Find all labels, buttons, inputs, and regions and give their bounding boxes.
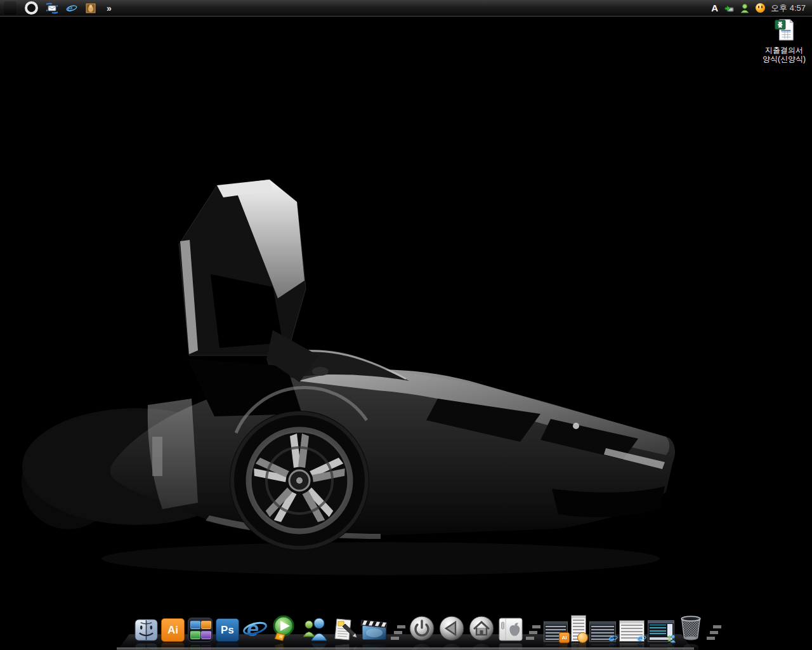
ie-badge-icon: e — [637, 633, 646, 643]
text-document-icon[interactable] — [332, 616, 357, 642]
minimized-ie-window[interactable]: e — [589, 621, 616, 642]
app-stack-icon[interactable] — [188, 618, 213, 642]
internet-explorer-icon[interactable]: e — [66, 3, 77, 14]
menubar: e » A — [0, 0, 812, 17]
dock-separator-steps — [527, 625, 540, 642]
ie-badge-icon: e — [608, 633, 618, 643]
home-button[interactable] — [468, 615, 495, 642]
dock-shelf-edge — [117, 647, 694, 650]
svg-text:e: e — [610, 634, 614, 643]
minimized-illustrator-window[interactable]: Ai — [544, 621, 568, 642]
menubar-overflow-chevron[interactable]: » — [104, 3, 111, 13]
back-button[interactable] — [438, 615, 465, 642]
dock-separator-steps — [707, 625, 721, 642]
picture-viewer-icon[interactable] — [86, 3, 96, 13]
tray-clock[interactable]: 오후 4:57 — [771, 3, 806, 14]
messenger-badge-icon — [667, 633, 676, 643]
ime-language-indicator[interactable]: A — [711, 3, 718, 13]
minimized-ie-page-window[interactable]: e — [619, 620, 645, 642]
trash-icon[interactable] — [678, 613, 704, 642]
dock-separator-steps — [391, 625, 405, 642]
internet-explorer-icon[interactable]: e — [242, 616, 268, 642]
finder-icon[interactable] — [134, 618, 158, 642]
excel-document-icon — [772, 18, 796, 44]
photoshop-letters: Ps — [221, 624, 234, 637]
desktop-icon-label-line2: 양식(신양식) — [757, 55, 811, 63]
adobe-photoshop-icon[interactable]: Ps — [216, 618, 239, 642]
desktop-screen: e » A — [0, 0, 812, 650]
msn-messenger-icon[interactable] — [301, 616, 329, 642]
safely-remove-hardware-icon[interactable] — [724, 3, 734, 13]
dock: Ai Ps e — [0, 609, 812, 650]
power-button[interactable] — [409, 615, 435, 642]
ie-letter: e — [247, 616, 259, 640]
illustrator-letters: Ai — [167, 624, 178, 637]
minimized-chat-window[interactable] — [648, 620, 674, 642]
wallpaper-lamborghini — [0, 0, 812, 650]
media-player-office-icon[interactable] — [271, 615, 298, 642]
illustrator-badge-letters: Ai — [562, 635, 567, 640]
desktop-icon-label-line1: 지출결의서 — [757, 46, 811, 55]
orange-mascot-tray-icon[interactable] — [756, 3, 765, 13]
apple-box-icon[interactable] — [498, 616, 523, 642]
messenger-status-icon[interactable] — [740, 3, 750, 13]
adobe-illustrator-icon[interactable]: Ai — [161, 618, 185, 642]
menubar-end-cap — [4, 1, 16, 15]
excel-file-shortcut[interactable]: 지출결의서 양식(신양식) — [757, 18, 811, 64]
ring-launcher-icon[interactable] — [25, 1, 38, 15]
svg-text:e: e — [638, 634, 643, 643]
minimized-messenger-list-window[interactable] — [571, 615, 586, 642]
outlook-express-icon[interactable] — [46, 3, 58, 14]
movie-player-icon[interactable] — [360, 618, 388, 642]
